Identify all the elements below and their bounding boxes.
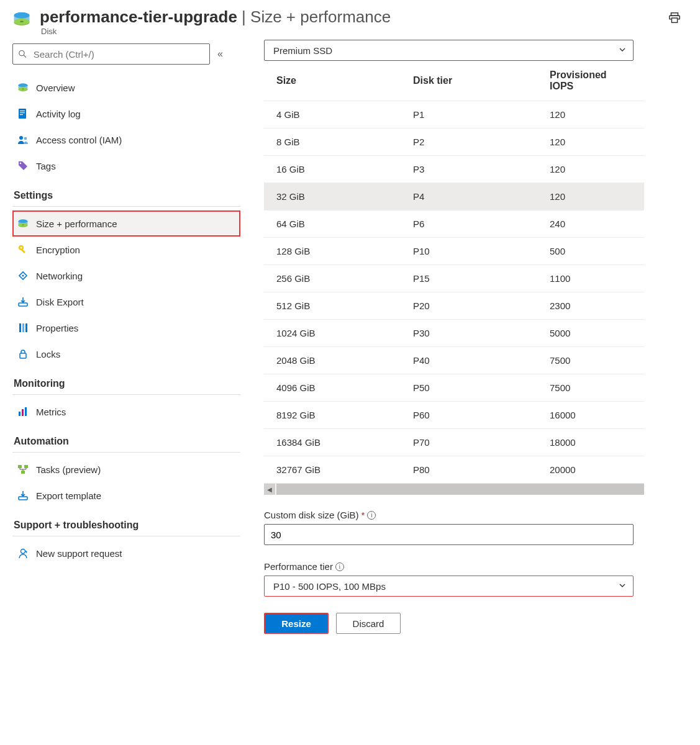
sidebar-item-label: Networking xyxy=(36,271,83,281)
sidebar-item-export-template[interactable]: Export template xyxy=(12,482,240,508)
sidebar-item-metrics[interactable]: Metrics xyxy=(12,399,240,425)
svg-rect-10 xyxy=(20,112,25,113)
sidebar-section-automation: Automation xyxy=(12,425,240,453)
key-icon xyxy=(17,244,29,255)
cell-tier: P4 xyxy=(401,183,537,210)
sidebar-item-disk-export[interactable]: Disk Export xyxy=(12,289,240,315)
cell-iops: 120 xyxy=(537,101,644,129)
svg-point-14 xyxy=(20,163,22,165)
resource-type: Disk xyxy=(41,27,668,36)
performance-tier-value: P10 - 500 IOPS, 100 MBps xyxy=(273,581,386,592)
chevron-down-icon xyxy=(618,581,627,592)
resize-button[interactable]: Resize xyxy=(264,613,329,634)
sidebar-item-label: Overview xyxy=(36,83,75,93)
sidebar-item-label: Disk Export xyxy=(36,297,84,307)
svg-rect-29 xyxy=(21,471,25,474)
discard-button[interactable]: Discard xyxy=(336,613,401,634)
cell-tier: P3 xyxy=(401,156,537,183)
cell-iops: 1100 xyxy=(537,265,644,292)
sidebar-item-overview[interactable]: Overview xyxy=(12,74,240,101)
cell-size: 16 GiB xyxy=(264,156,401,183)
cell-iops: 120 xyxy=(537,183,644,210)
cell-size: 512 GiB xyxy=(264,292,401,320)
svg-point-31 xyxy=(21,549,25,554)
sidebar-item-activity-log[interactable]: Activity log xyxy=(12,101,240,127)
collapse-sidebar-icon[interactable]: « xyxy=(217,48,223,60)
sidebar-item-label: Metrics xyxy=(36,407,66,417)
page-title: performance-tier-upgrade | Size + perfor… xyxy=(40,7,668,27)
disk-sku-select[interactable]: Premium SSD xyxy=(264,40,634,61)
disk-sku-value: Premium SSD xyxy=(273,45,332,56)
svg-point-16 xyxy=(20,247,22,249)
cell-tier: P60 xyxy=(401,402,537,429)
sidebar-item-label: Encryption xyxy=(36,245,80,255)
sidebar-item-size-performance[interactable]: Size + performance xyxy=(12,210,240,237)
sidebar-item-properties[interactable]: Properties xyxy=(12,315,240,341)
table-row[interactable]: 1024 GiBP305000 xyxy=(264,320,644,347)
search-input-wrapper[interactable] xyxy=(12,43,210,65)
table-row[interactable]: 4096 GiBP507500 xyxy=(264,374,644,402)
table-row[interactable]: 64 GiBP6240 xyxy=(264,210,644,238)
sidebar-item-tags[interactable]: Tags xyxy=(12,153,240,179)
cell-tier: P20 xyxy=(401,292,537,320)
export-template-icon xyxy=(17,490,29,501)
button-label: Discard xyxy=(353,618,384,629)
col-iops[interactable]: Provisioned IOPS xyxy=(537,61,644,101)
sidebar: « Overview Activity log Access control (… xyxy=(0,40,245,579)
table-row[interactable]: 32767 GiBP8020000 xyxy=(264,456,644,484)
col-tier[interactable]: Disk tier xyxy=(401,61,537,101)
sidebar-item-networking[interactable]: Networking xyxy=(12,263,240,289)
metrics-icon xyxy=(17,406,29,417)
disk-icon xyxy=(17,82,29,93)
sidebar-item-locks[interactable]: Locks xyxy=(12,341,240,367)
export-icon xyxy=(17,296,29,307)
cell-iops: 2300 xyxy=(537,292,644,320)
cell-iops: 240 xyxy=(537,210,644,238)
lock-icon xyxy=(17,348,29,359)
table-row[interactable]: 16384 GiBP7018000 xyxy=(264,429,644,456)
table-row[interactable]: 32 GiBP4120 xyxy=(264,183,644,210)
performance-tier-select[interactable]: P10 - 500 IOPS, 100 MBps xyxy=(264,576,634,597)
people-icon xyxy=(17,134,29,145)
sidebar-item-label: Access control (IAM) xyxy=(36,135,122,145)
table-row[interactable]: 8192 GiBP6016000 xyxy=(264,402,644,429)
custom-size-input[interactable] xyxy=(264,524,634,545)
cell-size: 2048 GiB xyxy=(264,347,401,374)
cell-iops: 7500 xyxy=(537,347,644,374)
cell-iops: 18000 xyxy=(537,429,644,456)
custom-size-label: Custom disk size (GiB) * i xyxy=(264,510,700,520)
cell-tier: P15 xyxy=(401,265,537,292)
col-size[interactable]: Size xyxy=(264,61,401,101)
info-icon[interactable]: i xyxy=(335,562,344,571)
sidebar-item-new-support-request[interactable]: New support request xyxy=(12,540,240,566)
cell-tier: P40 xyxy=(401,347,537,374)
table-row[interactable]: 4 GiBP1120 xyxy=(264,101,644,129)
svg-rect-24 xyxy=(19,412,20,416)
horizontal-scrollbar[interactable]: ◀ xyxy=(264,484,644,495)
cell-tier: P1 xyxy=(401,101,537,129)
table-row[interactable]: 16 GiBP3120 xyxy=(264,156,644,183)
table-row[interactable]: 256 GiBP151100 xyxy=(264,265,644,292)
chevron-down-icon xyxy=(618,45,627,56)
table-row[interactable]: 512 GiBP202300 xyxy=(264,292,644,320)
table-row[interactable]: 128 GiBP10500 xyxy=(264,238,644,265)
cell-iops: 120 xyxy=(537,129,644,156)
print-icon[interactable] xyxy=(668,11,681,25)
disk-icon xyxy=(12,10,31,29)
sidebar-item-tasks[interactable]: Tasks (preview) xyxy=(12,456,240,482)
cell-size: 4 GiB xyxy=(264,101,401,129)
info-icon[interactable]: i xyxy=(367,511,376,520)
sidebar-item-label: Activity log xyxy=(36,109,81,119)
cell-tier: P70 xyxy=(401,429,537,456)
table-row[interactable]: 8 GiBP2120 xyxy=(264,129,644,156)
table-row[interactable]: 2048 GiBP407500 xyxy=(264,347,644,374)
cell-size: 256 GiB xyxy=(264,265,401,292)
search-input[interactable] xyxy=(32,48,204,60)
sidebar-item-encryption[interactable]: Encryption xyxy=(12,237,240,263)
svg-rect-19 xyxy=(19,303,27,306)
support-icon xyxy=(17,548,29,559)
tag-icon xyxy=(17,160,29,171)
svg-point-18 xyxy=(22,275,24,277)
main-content: Premium SSD Size Disk tier Provisioned I… xyxy=(245,40,700,652)
sidebar-item-access-control[interactable]: Access control (IAM) xyxy=(12,127,240,153)
